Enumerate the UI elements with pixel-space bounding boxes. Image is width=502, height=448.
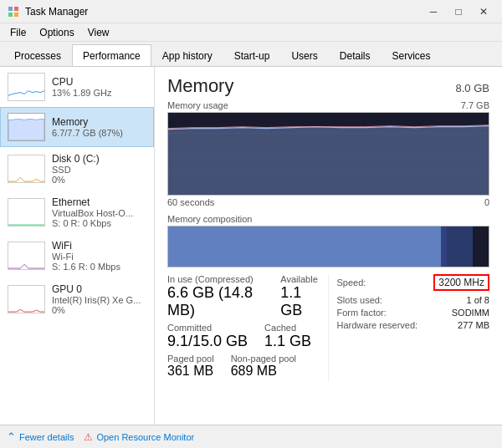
cpu-name: CPU [52, 76, 146, 88]
memory-header: Memory 8.0 GB [167, 75, 489, 97]
hw-reserved-row: Hardware reserved: 277 MB [337, 320, 490, 330]
inuse-label: In use (Compressed) [167, 274, 264, 284]
usage-chart [167, 112, 489, 196]
available-label: Available [280, 274, 319, 284]
ethernet-info: Ethernet VirtualBox Host-O... S: 0 R: 0 … [52, 196, 146, 228]
available-item: Available 1.1 GB [280, 274, 319, 319]
committed-cached-row: Committed 9.1/15.0 GB Cached 1.1 GB [167, 323, 320, 350]
sidebar: CPU 13% 1.89 GHz Memory 6.7/7.7 GB (87%) [0, 67, 155, 425]
fewer-details-link[interactable]: ⌃ Fewer details [7, 430, 74, 443]
svg-rect-2 [8, 13, 13, 17]
tab-users[interactable]: Users [280, 44, 328, 66]
composition-chart-labels: Memory composition [167, 214, 489, 224]
gpu-detail1: Intel(R) Iris(R) Xe G... [52, 295, 146, 305]
sidebar-item-wifi[interactable]: WiFi Wi-Fi S: 1.6 R: 0 Mbps [0, 234, 154, 277]
disk-mini-graph [8, 155, 45, 183]
memory-mini-graph [8, 113, 45, 141]
cpu-detail: 13% 1.89 GHz [52, 88, 146, 98]
resource-monitor-icon: ⚠ [84, 431, 93, 443]
tab-details[interactable]: Details [329, 44, 382, 66]
fewer-details-icon: ⌃ [7, 430, 16, 443]
committed-item: Committed 9.1/15.0 GB [167, 323, 248, 350]
maximize-button[interactable]: □ [447, 3, 470, 21]
sidebar-item-memory[interactable]: Memory 6.7/7.7 GB (87%) [0, 107, 154, 147]
disk-info: Disk 0 (C:) SSD 0% [52, 153, 146, 185]
svg-marker-4 [8, 120, 44, 140]
usage-chart-label-left: Memory usage [167, 100, 228, 110]
wifi-detail2: S: 1.6 R: 0 Mbps [52, 262, 146, 272]
menu-bar: File Options View [0, 23, 502, 42]
open-resource-monitor-link[interactable]: ⚠ Open Resource Monitor [84, 431, 194, 443]
gpu-detail2: 0% [52, 305, 146, 315]
ethernet-name: Ethernet [52, 196, 146, 208]
time-label-left: 60 seconds [167, 197, 214, 207]
paged-label: Paged pool [167, 354, 214, 364]
nonpaged-value: 689 MB [231, 364, 296, 379]
svg-rect-0 [8, 7, 13, 11]
tab-processes[interactable]: Processes [3, 44, 72, 66]
form-factor-value: SODIMM [452, 308, 489, 318]
time-label-right: 0 [484, 197, 489, 207]
svg-rect-1 [14, 7, 18, 11]
gpu-mini-graph [8, 285, 45, 313]
inuse-value: 6.6 GB (14.8 MB) [167, 284, 264, 319]
gpu-info: GPU 0 Intel(R) Iris(R) Xe G... 0% [52, 283, 146, 315]
stats-right: Speed: 3200 MHz Slots used: 1 of 8 Form … [329, 274, 490, 382]
sidebar-item-cpu[interactable]: CPU 13% 1.89 GHz [0, 67, 154, 107]
stats-section: In use (Compressed) 6.6 GB (14.8 MB) Ava… [167, 274, 489, 382]
menu-view[interactable]: View [81, 23, 116, 42]
memory-total: 8.0 GB [456, 82, 489, 94]
cached-value: 1.1 GB [264, 333, 311, 350]
nonpaged-label: Non-paged pool [231, 354, 296, 364]
tab-services[interactable]: Services [381, 44, 441, 66]
stats-left: In use (Compressed) 6.6 GB (14.8 MB) Ava… [167, 274, 329, 382]
slots-row: Slots used: 1 of 8 [337, 295, 490, 305]
memory-name: Memory [52, 116, 146, 128]
svg-marker-8 [168, 126, 489, 195]
inuse-item: In use (Compressed) 6.6 GB (14.8 MB) [167, 274, 264, 319]
tab-app-history[interactable]: App history [151, 44, 223, 66]
ethernet-detail1: VirtualBox Host-O... [52, 208, 146, 218]
usage-chart-labels: Memory usage 7.7 GB [167, 100, 489, 110]
wifi-name: WiFi [52, 240, 146, 252]
speed-row: Speed: 3200 MHz [337, 274, 490, 291]
window-title: Task Manager [25, 6, 422, 18]
sidebar-item-gpu[interactable]: GPU 0 Intel(R) Iris(R) Xe G... 0% [0, 277, 154, 321]
title-bar: Task Manager ─ □ ✕ [0, 0, 502, 23]
close-button[interactable]: ✕ [472, 3, 495, 21]
paged-value: 361 MB [167, 364, 214, 379]
sidebar-item-disk[interactable]: Disk 0 (C:) SSD 0% [0, 147, 154, 191]
memory-content: Memory 8.0 GB Memory usage 7.7 GB [155, 67, 502, 425]
committed-value: 9.1/15.0 GB [167, 333, 248, 350]
gpu-name: GPU 0 [52, 283, 146, 295]
cached-item: Cached 1.1 GB [264, 323, 311, 350]
memory-detail: 6.7/7.7 GB (87%) [52, 128, 146, 138]
composition-chart-container: Memory composition [167, 214, 489, 267]
composition-chart-label: Memory composition [167, 214, 252, 224]
wifi-mini-graph [8, 242, 45, 270]
menu-file[interactable]: File [3, 23, 33, 42]
minimize-button[interactable]: ─ [422, 3, 445, 21]
ethernet-detail2: S: 0 R: 0 Kbps [52, 218, 146, 228]
paged-nonpaged-row: Paged pool 361 MB Non-paged pool 689 MB [167, 354, 320, 379]
slots-value: 1 of 8 [466, 295, 489, 305]
window-controls: ─ □ ✕ [422, 3, 495, 21]
slots-label: Slots used: [337, 295, 382, 305]
ethernet-mini-graph [8, 198, 45, 227]
memory-info: Memory 6.7/7.7 GB (87%) [52, 116, 146, 138]
disk-name: Disk 0 (C:) [52, 153, 146, 165]
usage-chart-time-labels: 60 seconds 0 [167, 197, 489, 207]
speed-value: 3200 MHz [438, 277, 484, 288]
composition-chart [167, 226, 489, 267]
tab-performance[interactable]: Performance [72, 44, 151, 66]
wifi-detail1: Wi-Fi [52, 252, 146, 262]
sidebar-item-ethernet[interactable]: Ethernet VirtualBox Host-O... S: 0 R: 0 … [0, 191, 154, 234]
app-icon [7, 5, 20, 18]
paged-item: Paged pool 361 MB [167, 354, 214, 379]
nonpaged-item: Non-paged pool 689 MB [231, 354, 296, 379]
menu-options[interactable]: Options [33, 23, 80, 42]
tab-startup[interactable]: Start-up [223, 44, 281, 66]
open-resource-monitor-label: Open Resource Monitor [96, 432, 194, 442]
bottom-bar: ⌃ Fewer details ⚠ Open Resource Monitor [0, 425, 502, 448]
main-content: CPU 13% 1.89 GHz Memory 6.7/7.7 GB (87%) [0, 67, 502, 425]
